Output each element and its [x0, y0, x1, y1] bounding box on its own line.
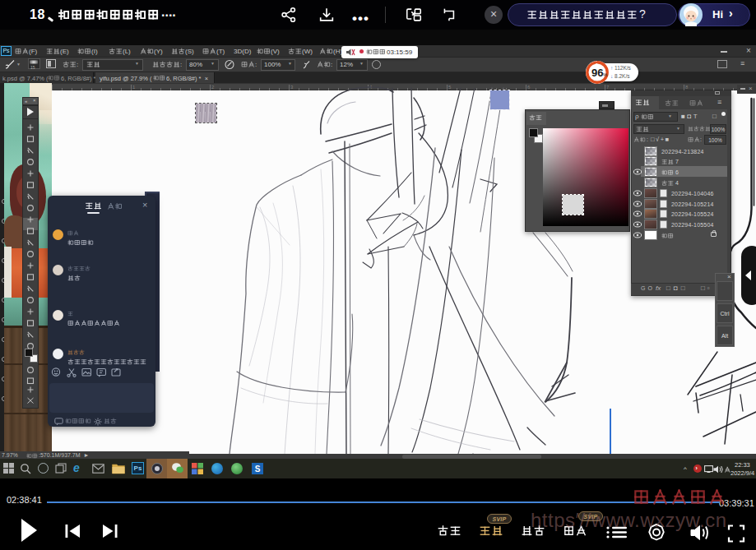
svg-text:%: %	[603, 72, 608, 77]
svg-text:96: 96	[591, 67, 603, 79]
